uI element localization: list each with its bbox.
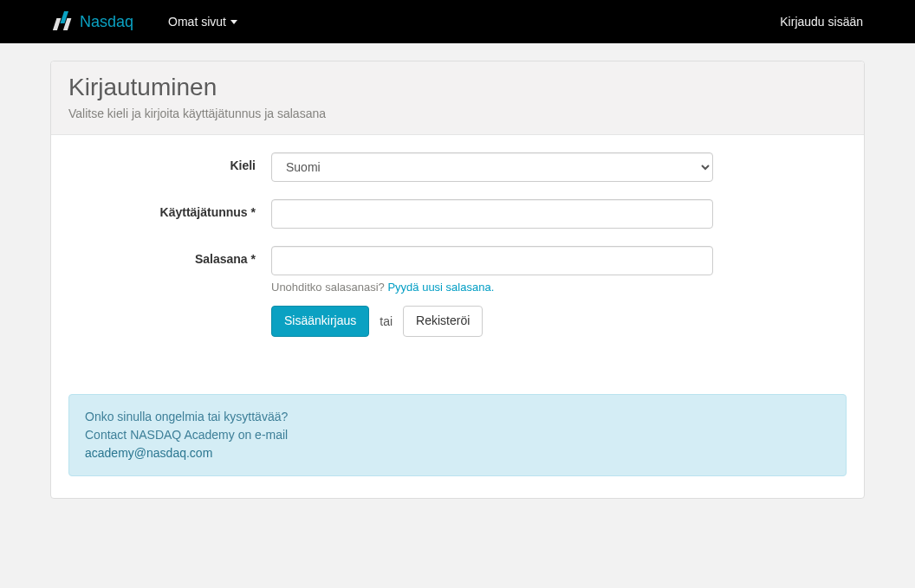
login-button[interactable]: Sisäänkirjaus <box>271 306 369 337</box>
page-title: Kirjautuminen <box>68 74 847 101</box>
password-input[interactable] <box>271 246 713 275</box>
row-username: Käyttäjätunnus * <box>68 199 847 229</box>
forgot-prefix: Unohditko salasanasi? <box>271 281 387 294</box>
alert-line-2: Contact NASDAQ Academy on e-mail <box>85 426 830 444</box>
brand-text: Nasdaq <box>80 13 133 31</box>
label-username: Käyttäjätunnus * <box>68 199 271 219</box>
button-row: Sisäänkirjaus tai Rekisteröi <box>271 306 713 337</box>
nav-dropdown-my-pages[interactable]: Omat sivut <box>168 15 237 29</box>
row-language: Kieli Suomi <box>68 152 847 182</box>
row-password: Salasana * Unohditko salasanasi? Pyydä u… <box>68 246 847 337</box>
alert-line-1: Onko sinulla ongelmia tai kysyttävää? <box>85 408 830 426</box>
forgot-password-link[interactable]: Pyydä uusi salasana. <box>387 281 494 294</box>
alert-email-link[interactable]: academy@nasdaq.com <box>85 446 212 460</box>
brand[interactable]: Nasdaq <box>52 11 133 33</box>
caret-down-icon <box>230 20 237 24</box>
info-alert: Onko sinulla ongelmia tai kysyttävää? Co… <box>68 394 847 476</box>
label-password: Salasana * <box>68 246 271 266</box>
svg-rect-0 <box>53 18 62 30</box>
login-panel: Kirjautuminen Valitse kieli ja kirjoita … <box>50 61 865 499</box>
svg-marker-3 <box>230 20 237 24</box>
label-language: Kieli <box>68 152 271 172</box>
register-button[interactable]: Rekisteröi <box>403 306 483 337</box>
page-subtitle: Valitse kieli ja kirjoita käyttäjätunnus… <box>68 107 847 120</box>
panel-body: Kieli Suomi Käyttäjätunnus * Salasana * … <box>51 135 864 368</box>
nav-login-link[interactable]: Kirjaudu sisään <box>780 15 863 29</box>
nav-dropdown-label: Omat sivut <box>168 15 226 29</box>
username-input[interactable] <box>271 199 713 229</box>
navbar: Nasdaq Omat sivut Kirjaudu sisään <box>0 0 915 43</box>
or-text: tai <box>380 314 393 328</box>
panel-header: Kirjautuminen Valitse kieli ja kirjoita … <box>51 61 864 135</box>
forgot-password-text: Unohditko salasanasi? Pyydä uusi salasan… <box>271 281 713 294</box>
language-select[interactable]: Suomi <box>271 152 713 182</box>
nasdaq-logo-icon <box>52 11 75 33</box>
